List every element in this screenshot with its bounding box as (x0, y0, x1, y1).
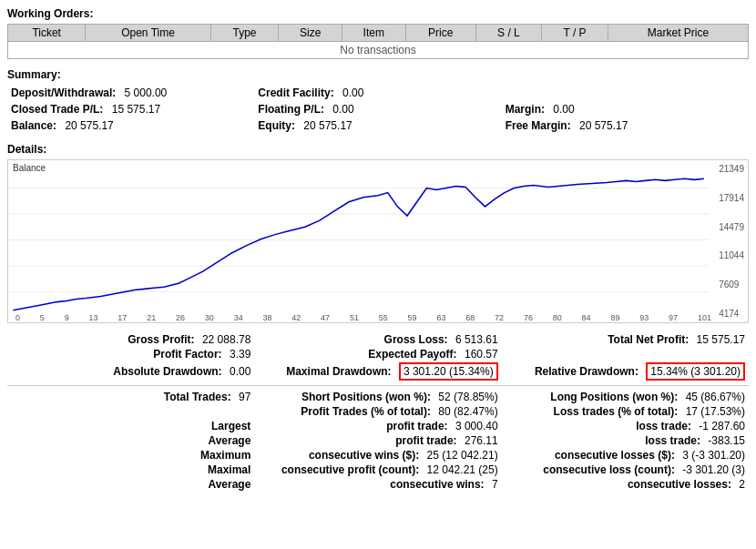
orders-col-market-price: Market Price (608, 25, 749, 42)
total-trades-value: 97 (239, 391, 250, 403)
average2-label: Average (208, 478, 250, 491)
x-label: 72 (495, 313, 504, 322)
margin-value: 0.00 (553, 103, 574, 116)
profit-factor-label: Profit Factor: (153, 348, 221, 361)
total-net-label: Total Net Profit: (608, 333, 689, 346)
largest-profit-value: 3 000.40 (455, 420, 498, 432)
short-value: 52 (78.85%) (438, 391, 497, 403)
avg-consec-wins-value: 7 (492, 478, 498, 491)
max-drawdown-value: 3 301.20 (15.34%) (399, 362, 498, 381)
y-label: 11044 (719, 250, 744, 260)
max-consec-wins-value: 25 (12 042.21) (427, 449, 498, 462)
x-label: 17 (117, 313, 127, 322)
max-consec-losses-label: consecutive losses ($): (555, 449, 675, 462)
x-label: 34 (234, 313, 243, 322)
floating-value: 0.00 (332, 103, 353, 116)
x-label: 97 (669, 313, 678, 322)
largest-loss-value: -1 287.60 (699, 420, 745, 432)
expected-value: 160.57 (465, 348, 498, 361)
orders-col-open-time: Open Time (86, 25, 210, 42)
balance-line (13, 178, 704, 310)
max-profit-count-value: 12 042.21 (25) (427, 463, 498, 476)
chart-y-axis: 2134917914144791104476094174 (719, 160, 744, 322)
deposit-label: Deposit/Withdrawal: (11, 86, 116, 99)
avg-consec-wins-label: consecutive wins: (390, 478, 484, 491)
free-margin-label: Free Margin: (506, 119, 571, 132)
loss-trades-value: 17 (17.53%) (686, 405, 745, 418)
largest-loss-label: loss trade: (636, 420, 691, 432)
stats-divider (7, 385, 749, 386)
profit-trades-label: Profit Trades (% of total): (301, 405, 431, 418)
summary-title: Summary: (7, 68, 749, 81)
y-label: 7609 (719, 280, 744, 290)
deposit-value: 5 000.00 (125, 86, 168, 99)
x-label: 89 (610, 313, 619, 322)
x-label: 76 (524, 313, 533, 322)
orders-col-price: Price (405, 25, 475, 42)
abs-drawdown-value: 0.00 (230, 365, 250, 378)
orders-table: TicketOpen TimeTypeSizeItemPriceS / LT /… (7, 24, 749, 59)
credit-label: Credit Facility: (258, 86, 333, 99)
largest-profit-label: profit trade: (386, 420, 447, 432)
orders-col-size: Size (279, 25, 342, 42)
details-section: Details: Balance 21349179141447911044760… (7, 143, 749, 492)
short-label: Short Positions (won %): (301, 391, 431, 403)
avg-consec-losses-label: consecutive losses: (628, 478, 731, 491)
long-label: Long Positions (won %): (550, 391, 678, 403)
expected-label: Expected Payoff: (368, 348, 456, 361)
x-label: 59 (408, 313, 417, 322)
avg-profit-value: 276.11 (465, 434, 498, 447)
working-orders-section: Working Orders: TicketOpen TimeTypeSizeI… (7, 7, 749, 59)
x-label: 51 (350, 313, 359, 322)
x-label: 84 (582, 313, 591, 322)
balance-chart: Balance 2134917914144791104476094174 059… (7, 159, 749, 323)
margin-label: Margin: (506, 103, 545, 116)
rel-drawdown-value: 15.34% (3 301.20) (646, 362, 745, 381)
avg-loss-value: -383.15 (708, 434, 745, 447)
abs-drawdown-label: Absolute Drawdown: (113, 365, 221, 378)
equity-label: Equity: (258, 119, 295, 132)
closed-label: Closed Trade P/L: (11, 103, 103, 116)
largest-label: Largest (211, 420, 250, 432)
details-title: Details: (7, 143, 749, 156)
max-consec-wins-label: consecutive wins ($): (309, 449, 419, 462)
max-consec-loss-value: -3 301.20 (3) (682, 463, 745, 476)
gross-profit-label: Gross Profit: (128, 333, 194, 346)
orders-col-type: Type (210, 25, 279, 42)
x-label: 26 (176, 313, 185, 322)
gross-loss-value: 6 513.61 (455, 333, 498, 346)
profit-trades-value: 80 (82.47%) (438, 405, 497, 418)
gross-profit-value: 22 088.78 (202, 333, 250, 346)
total-trades-label: Total Trades: (164, 391, 231, 403)
x-label: 13 (88, 313, 97, 322)
profit-factor-value: 3.39 (230, 348, 250, 361)
avg-consec-losses-value: 2 (739, 478, 745, 491)
max-consec-losses-value: 3 (-3 301.20) (682, 449, 745, 462)
floating-label: Floating P/L: (258, 103, 324, 116)
free-margin-value: 20 575.17 (579, 119, 628, 132)
x-label: 93 (639, 313, 649, 322)
x-label: 38 (262, 313, 271, 322)
x-label: 47 (321, 313, 330, 322)
equity-value: 20 575.17 (303, 119, 352, 132)
x-label: 42 (291, 313, 301, 322)
orders-col-item: Item (342, 25, 405, 42)
balance-value: 20 575.17 (65, 119, 113, 132)
total-net-value: 15 575.17 (697, 333, 745, 346)
x-label: 55 (379, 313, 388, 322)
x-label: 0 (15, 313, 20, 322)
max-drawdown-label: Maximal Drawdown: (286, 365, 391, 378)
summary-section: Summary: Deposit/Withdrawal: 5 000.00 Cr… (7, 68, 749, 134)
rel-drawdown-label: Relative Drawdown: (535, 365, 639, 378)
x-label: 9 (65, 313, 69, 322)
orders-col-t-/-p: T / P (542, 25, 608, 42)
orders-col-s-/-l: S / L (475, 25, 541, 42)
chart-label: Balance (13, 163, 46, 173)
x-label: 63 (436, 313, 445, 322)
y-label: 4174 (719, 309, 744, 319)
balance-label: Balance: (11, 119, 56, 132)
orders-col-ticket: Ticket (8, 25, 86, 42)
x-label: 5 (40, 313, 45, 322)
working-orders-title: Working Orders: (7, 7, 749, 20)
x-label: 68 (465, 313, 475, 322)
